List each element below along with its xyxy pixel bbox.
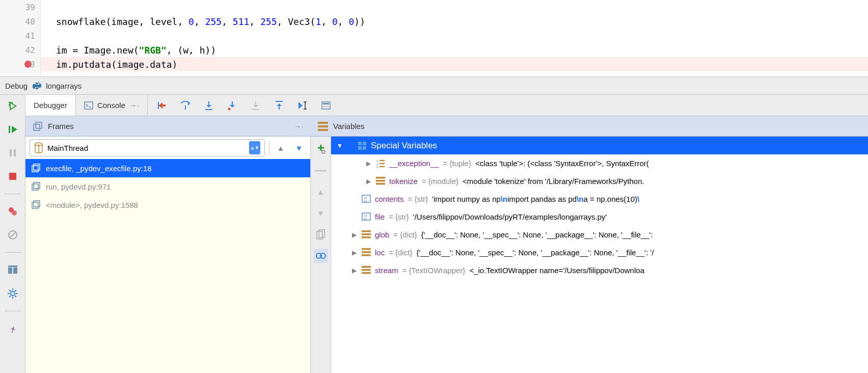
variable-row[interactable]: 1001file = {str} '/Users/filippov/Downlo… <box>331 208 868 226</box>
pause-button[interactable] <box>6 146 20 160</box>
svg-rect-37 <box>323 103 329 104</box>
svg-rect-73 <box>376 183 385 185</box>
variable-eq: = {TextIOWrapper} <box>402 266 466 275</box>
frame-label: execfile, _pydev_execfile.py:18 <box>46 164 152 173</box>
svg-rect-61 <box>358 142 362 145</box>
variable-eq: = {tuple} <box>443 159 471 168</box>
step-out-button[interactable] <box>272 98 286 113</box>
code-line[interactable]: im = Image.new("RGB", (w, h)) <box>56 43 868 57</box>
add-watch-button[interactable] <box>314 142 328 156</box>
tab-console-label: Console <box>97 101 125 110</box>
prev-frame-button[interactable]: ▲ <box>274 141 288 155</box>
gutter-line[interactable]: 39 <box>0 0 40 14</box>
pin-button[interactable] <box>6 322 20 336</box>
svg-rect-84 <box>362 251 371 253</box>
expand-icon[interactable]: ▶ <box>350 231 358 238</box>
show-watches-button[interactable] <box>314 249 328 263</box>
svg-rect-43 <box>318 122 328 124</box>
mute-breakpoints-button[interactable] <box>6 228 20 242</box>
svg-rect-86 <box>362 266 371 268</box>
frame-icon <box>31 163 41 173</box>
svg-rect-12 <box>8 265 17 267</box>
gutter-line[interactable]: 41 <box>0 29 40 43</box>
svg-rect-4 <box>14 149 16 156</box>
variable-value: <module 'tokenize' from '/Library/Framew… <box>463 177 644 185</box>
variable-row[interactable]: ▶tokenize = {module} <module 'tokenize' … <box>331 172 868 190</box>
tab-debugger[interactable]: Debugger <box>25 95 76 116</box>
run-to-cursor-button[interactable] <box>295 98 310 113</box>
force-step-into-button[interactable] <box>249 98 263 113</box>
group-icon <box>358 141 367 150</box>
code-line[interactable] <box>56 0 868 14</box>
variable-row[interactable]: ▶loc = {dict} {'__doc__': None, '__spec_… <box>331 244 868 261</box>
frame-icon <box>31 200 41 210</box>
thread-dropdown-icon: ▲▼ <box>249 141 260 154</box>
code-line[interactable]: snowflake(image, level, 0, 255, 511, 255… <box>56 14 868 29</box>
gutter-line[interactable]: 43 <box>0 57 40 71</box>
svg-rect-22 <box>85 102 93 109</box>
variable-row[interactable]: ▶stream = {TextIOWrapper} <_io.TextIOWra… <box>331 261 868 279</box>
svg-line-19 <box>15 296 16 297</box>
frames-pin-icon[interactable]: →· <box>294 122 304 130</box>
editor-code[interactable]: snowflake(image, level, 0, 255, 511, 255… <box>41 0 868 76</box>
layout-button[interactable] <box>6 263 20 277</box>
frame-item[interactable]: run, pydevd.py:971 <box>25 177 310 196</box>
evaluate-expression-button[interactable] <box>319 98 333 113</box>
variable-eq: = {module} <box>422 177 458 185</box>
panels-header: Frames →· Variables <box>25 116 868 137</box>
view-breakpoints-button[interactable] <box>6 204 20 219</box>
frame-item[interactable]: execfile, _pydev_execfile.py:18 <box>25 159 310 177</box>
thread-selector[interactable]: MainThread ▲▼ <box>30 139 265 156</box>
breakpoint-icon[interactable] <box>24 61 32 68</box>
svg-rect-83 <box>362 248 371 250</box>
step-over-button[interactable] <box>178 98 193 113</box>
watch-up-button[interactable]: ▲ <box>314 184 328 199</box>
variable-row[interactable]: ▶glob = {dict} {'__doc__': None, '__spec… <box>331 226 868 244</box>
debug-label: Debug <box>5 82 28 90</box>
expand-icon[interactable]: ▶ <box>365 178 372 185</box>
svg-text:01: 01 <box>364 217 367 220</box>
gutter-line[interactable]: 42 <box>0 43 40 57</box>
svg-rect-3 <box>10 149 12 156</box>
svg-text:3: 3 <box>376 166 378 168</box>
attach-console-icon[interactable]: →· <box>129 101 139 110</box>
step-into-button[interactable] <box>202 98 216 113</box>
code-line[interactable]: im.putdata(image.data) <box>41 57 868 71</box>
expand-icon[interactable]: ▶ <box>350 267 358 274</box>
stop-button[interactable] <box>6 169 20 183</box>
variable-value: {'__doc__': None, '__spec__': None, '__p… <box>416 248 654 257</box>
frames-header: Frames →· <box>25 116 311 136</box>
next-frame-button[interactable]: ▼ <box>292 141 306 155</box>
watch-down-button[interactable]: ▼ <box>314 206 328 220</box>
expand-icon[interactable]: ▼ <box>336 142 343 149</box>
variable-row[interactable]: ▶123__exception__ = {tuple} <class 'tupl… <box>331 154 868 172</box>
step-into-my-code-button[interactable] <box>225 98 239 113</box>
svg-rect-45 <box>318 129 328 131</box>
variable-name: tokenize <box>389 177 418 185</box>
expand-icon[interactable]: ▶ <box>350 249 358 256</box>
special-variables-node[interactable]: ▼ Special Variables <box>331 137 868 154</box>
show-execution-point-button[interactable] <box>155 98 169 113</box>
resume-button[interactable] <box>6 122 20 137</box>
frame-item[interactable]: <module>, pydevd.py:1588 <box>25 196 310 214</box>
debug-body: Debugger Console →· Frames <box>25 95 868 373</box>
svg-rect-85 <box>362 254 371 256</box>
expand-icon[interactable]: ▶ <box>365 160 372 167</box>
variables-panel[interactable]: ▼ Special Variables ▶123__exception__ = … <box>331 137 868 373</box>
variable-name: __exception__ <box>389 159 439 168</box>
rerun-button[interactable] <box>6 99 20 113</box>
settings-button[interactable] <box>6 286 20 301</box>
tab-console[interactable]: Console →· <box>76 95 148 116</box>
variable-row[interactable]: 1001contents = {str} 'import numpy as np… <box>331 190 868 208</box>
copy-button[interactable] <box>314 227 328 242</box>
frame-label: <module>, pydevd.py:1588 <box>46 201 138 209</box>
remove-watch-button[interactable]: — <box>314 163 328 177</box>
variable-eq: = {str} <box>408 195 428 203</box>
svg-point-56 <box>322 150 325 153</box>
code-line[interactable] <box>56 29 868 43</box>
svg-rect-62 <box>363 142 366 145</box>
frames-list[interactable]: execfile, _pydev_execfile.py:18run, pyde… <box>25 159 310 214</box>
variable-type-icon <box>362 230 371 239</box>
variables-title: Variables <box>333 122 364 130</box>
gutter-line[interactable]: 40 <box>0 14 40 29</box>
